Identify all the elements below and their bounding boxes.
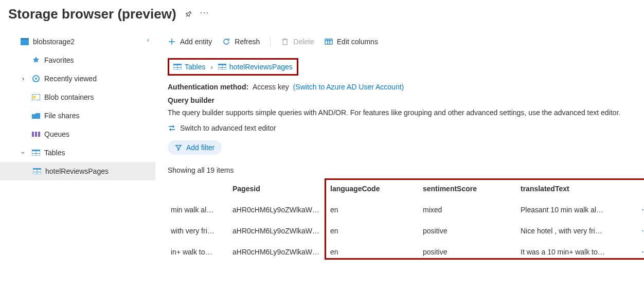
table-row[interactable]: in+ walk to…aHR0cHM6Ly9oZWlkaW…enpositiv… xyxy=(168,241,638,262)
auth-value: Access key xyxy=(253,83,289,91)
sidebar-item-files[interactable]: File shares xyxy=(0,106,155,125)
col-header-languagecode[interactable]: languageCode xyxy=(327,178,420,199)
table-icon xyxy=(31,150,41,156)
breadcrumb-label: Tables xyxy=(185,63,205,71)
cell: aHR0cHM6Ly9oZWlkaW… xyxy=(229,243,327,261)
row-actions-icon[interactable]: ··· xyxy=(636,220,644,241)
add-filter-button[interactable]: Add filter xyxy=(168,140,222,155)
blob-icon xyxy=(31,94,41,100)
svg-rect-8 xyxy=(38,132,40,137)
sidebar-item-label: hotelReviewsPages xyxy=(45,167,109,175)
sidebar-item-queues[interactable]: Queues xyxy=(0,125,155,143)
breadcrumb: Tables › hotelReviewsPages xyxy=(168,58,298,76)
queue-icon xyxy=(31,132,41,137)
sidebar-item-label: Blob containers xyxy=(44,93,94,101)
query-builder-description: The query builder supports simple querie… xyxy=(168,108,638,117)
sidebar-item-blob[interactable]: Blob containers xyxy=(0,88,155,106)
col-header[interactable] xyxy=(168,183,229,195)
svg-rect-27 xyxy=(173,64,182,65)
sidebar: ‹ blobstorage2 Favorites › xyxy=(0,30,155,262)
cell: en xyxy=(327,222,420,240)
sidebar-item-hotelreviewspages[interactable]: hotelReviewsPages xyxy=(0,162,155,180)
cell: with very fri… xyxy=(168,222,229,240)
sidebar-item-favorites[interactable]: Favorites xyxy=(0,51,155,69)
sidebar-item-label: Queues xyxy=(44,130,69,138)
sidebar-item-label: Favorites xyxy=(44,56,74,64)
sidebar-item-label: blobstorage2 xyxy=(33,38,75,46)
svg-rect-1 xyxy=(21,38,29,40)
delete-button: Delete xyxy=(281,38,314,46)
table-icon xyxy=(32,168,42,174)
button-label: Edit columns xyxy=(337,38,378,46)
chevron-down-icon[interactable]: › xyxy=(20,145,27,160)
auth-label: Authentication method: xyxy=(168,83,248,91)
col-header-translatedtext[interactable]: translatedText xyxy=(517,178,636,199)
switch-editor-button[interactable]: Switch to advanced text editor xyxy=(168,124,638,132)
main-content: Add entity Refresh Delete Edit columns T… xyxy=(155,30,644,262)
refresh-button[interactable]: Refresh xyxy=(222,38,260,46)
svg-rect-6 xyxy=(32,132,34,137)
edit-columns-button[interactable]: Edit columns xyxy=(325,38,378,46)
cell: Pleasant 10 min walk al… xyxy=(517,201,636,219)
cell: positive xyxy=(420,243,517,261)
breadcrumb-tables[interactable]: Tables xyxy=(173,63,205,71)
switch-auth-link[interactable]: (Switch to Azure AD User Account) xyxy=(293,83,404,91)
gear-icon xyxy=(31,75,41,83)
table-row[interactable]: with very fri…aHR0cHM6Ly9oZWlkaW…enposit… xyxy=(168,220,638,241)
svg-rect-7 xyxy=(35,132,37,137)
cell: en xyxy=(327,243,420,261)
button-label: Delete xyxy=(293,38,314,46)
sidebar-item-tables[interactable]: › Tables xyxy=(0,143,155,162)
page-title: Storage browser (preview) xyxy=(8,6,176,22)
cell: Nice hotel , with very fri… xyxy=(517,222,636,240)
breadcrumb-current[interactable]: hotelReviewsPages xyxy=(218,63,293,71)
cell: min walk al… xyxy=(168,201,229,219)
col-header-pagesid[interactable]: Pagesid xyxy=(229,178,327,199)
auth-method-row: Authentication method: Access key (Switc… xyxy=(168,83,638,91)
sidebar-item-label: Recently viewed xyxy=(44,75,97,83)
button-label: Add entity xyxy=(180,38,212,46)
cell: It was a 10 min+ walk to… xyxy=(517,243,636,261)
chevron-right-icon: › xyxy=(210,63,212,71)
fileshare-icon xyxy=(31,113,41,119)
table-header: Pagesid languageCode sentimentScore tran… xyxy=(168,178,638,199)
svg-rect-10 xyxy=(32,150,40,151)
separator xyxy=(270,37,271,47)
more-icon[interactable]: ··· xyxy=(200,8,209,17)
breadcrumb-label: hotelReviewsPages xyxy=(229,63,293,71)
result-count: Showing all 19 items xyxy=(168,166,638,174)
cell: aHR0cHM6Ly9oZWlkaW… xyxy=(229,201,327,219)
button-label: Switch to advanced text editor xyxy=(180,124,276,132)
cell: en xyxy=(327,201,420,219)
col-header-sentimentscore[interactable]: sentimentScore xyxy=(420,178,517,199)
button-label: Refresh xyxy=(235,38,260,46)
table-row[interactable]: min walk al…aHR0cHM6Ly9oZWlkaW…enmixedPl… xyxy=(168,199,638,220)
svg-rect-5 xyxy=(33,96,35,99)
pin-icon[interactable] xyxy=(185,11,192,18)
row-actions-icon[interactable]: ··· xyxy=(636,241,644,262)
button-label: Add filter xyxy=(186,143,214,152)
sidebar-storage-root[interactable]: blobstorage2 xyxy=(0,32,155,51)
sidebar-item-recent[interactable]: › Recently viewed xyxy=(0,69,155,88)
svg-rect-14 xyxy=(33,168,41,170)
add-entity-button[interactable]: Add entity xyxy=(168,38,212,46)
sidebar-item-label: File shares xyxy=(44,112,79,120)
star-icon xyxy=(31,56,41,64)
svg-rect-31 xyxy=(218,64,226,65)
sidebar-item-label: Tables xyxy=(44,149,65,157)
cell: in+ walk to… xyxy=(168,243,229,261)
cell: mixed xyxy=(420,201,517,219)
chevron-right-icon[interactable]: › xyxy=(15,75,31,82)
svg-rect-19 xyxy=(283,40,287,45)
cell: aHR0cHM6Ly9oZWlkaW… xyxy=(229,222,327,240)
svg-rect-22 xyxy=(325,39,332,44)
storage-icon xyxy=(20,38,30,45)
svg-point-3 xyxy=(35,78,37,80)
row-actions-icon[interactable]: ··· xyxy=(636,199,644,220)
collapse-sidebar-icon[interactable]: ‹ xyxy=(147,37,149,44)
query-builder-heading: Query builder xyxy=(168,96,638,104)
cell: positive xyxy=(420,222,517,240)
command-bar: Add entity Refresh Delete Edit columns xyxy=(168,32,638,51)
